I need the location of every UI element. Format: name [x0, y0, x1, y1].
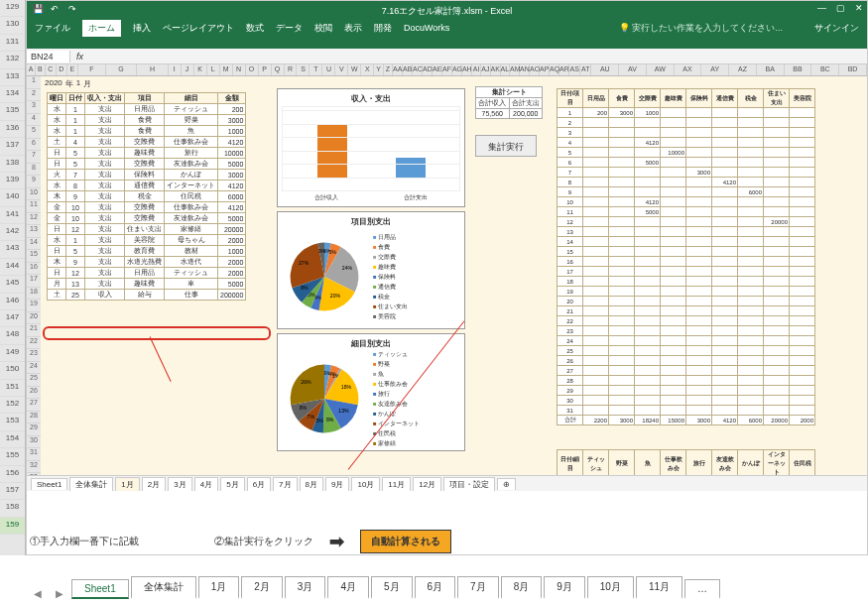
outer-row-headers: 1291301311321331341351361371381391401411… [0, 0, 26, 555]
pivot-table-item[interactable]: 日付/項目日用品食費交際費趣味費保険料通信費税金住まい支出美容院12003000… [557, 88, 815, 425]
excel-titlebar: 💾 ↶ ↷ 7.16エクセル家計簿.xlsm - Excel — ▢ ✕ ファイ… [27, 1, 867, 49]
menu-開発[interactable]: 開発 [374, 22, 392, 35]
tabs-overflow[interactable]: … [684, 579, 720, 599]
inner-tab[interactable]: 全体集計 [69, 477, 113, 491]
outer-tab[interactable]: 4月 [327, 576, 369, 599]
menu-校閲[interactable]: 校閲 [314, 22, 332, 35]
svg-text:8%: 8% [301, 285, 309, 291]
menu-表示[interactable]: 表示 [344, 22, 362, 35]
outer-tab[interactable]: 10月 [587, 576, 634, 599]
close-icon[interactable]: ✕ [855, 3, 863, 13]
inner-tab[interactable]: 項目・設定 [443, 477, 495, 491]
annotation-1: ①手入力欄一番下に記載 [30, 535, 139, 548]
outer-tab[interactable]: 11月 [636, 576, 682, 599]
menu-数式[interactable]: 数式 [246, 22, 264, 35]
svg-text:5%: 5% [329, 249, 337, 255]
month-value: 1 [76, 78, 80, 89]
outer-tab[interactable]: 1月 [198, 576, 240, 599]
inner-tab[interactable]: 8月 [300, 477, 323, 491]
outer-tab[interactable]: 3月 [285, 576, 326, 599]
inner-tab[interactable]: 3月 [168, 477, 191, 491]
inner-tab[interactable]: 11月 [382, 477, 411, 491]
inner-tab[interactable]: 6月 [247, 477, 271, 491]
inner-tab[interactable]: Sheet1 [31, 478, 67, 490]
inner-tab[interactable]: 7月 [273, 477, 297, 491]
menu-挿入[interactable]: 挿入 [133, 22, 151, 35]
minimize-icon[interactable]: — [817, 3, 826, 13]
inner-column-headers: ABCDEFGHIJKLMNOPQRSTUVWXYZAAABACADAEAFAG… [27, 64, 867, 76]
pie-chart-detail: 細目別支出 3%4%1%18%13%8%5%7%8%26%ティッシュ野菜魚仕事飲… [277, 333, 465, 451]
outer-tab[interactable]: 2月 [241, 576, 283, 599]
svg-text:3%: 3% [318, 248, 326, 254]
svg-text:13%: 13% [338, 408, 349, 414]
outer-tab[interactable]: 5月 [371, 576, 413, 599]
outer-tab[interactable]: 6月 [415, 576, 456, 599]
outer-tab[interactable]: 全体集計 [131, 576, 196, 599]
auto-calc-badge: 自動計算される [360, 530, 451, 553]
tab-nav-next[interactable]: ▶ [50, 588, 69, 599]
summary-table: 集計シート 合計収入合計支出 75,560200,000 [475, 86, 543, 119]
svg-text:24%: 24% [342, 265, 353, 271]
svg-text:18%: 18% [341, 384, 352, 390]
outer-tab[interactable]: 9月 [544, 576, 585, 599]
undo-icon[interactable]: ↶ [51, 4, 62, 16]
svg-text:8%: 8% [300, 405, 308, 411]
menu-ページレイアウト[interactable]: ページレイアウト [163, 22, 234, 35]
menu-ホーム[interactable]: ホーム [82, 20, 121, 37]
redo-icon[interactable]: ↷ [68, 4, 80, 16]
outer-sheet-tabs: ◀ ▶ Sheet1全体集計1月2月3月4月5月6月7月8月9月10月11月… [28, 575, 720, 599]
arrow-icon: ➡ [329, 531, 344, 552]
input-table[interactable]: 曜日日付収入・支出項目細目金額水1支出日用品ティッシュ200水1支出食費野菜30… [47, 92, 246, 301]
outer-tab[interactable]: Sheet1 [71, 579, 129, 599]
bar-chart-title: 収入・支出 [282, 93, 460, 104]
year-value: 2020 [45, 78, 62, 89]
embedded-excel-window: 💾 ↶ ↷ 7.16エクセル家計簿.xlsm - Excel — ▢ ✕ ファイ… [26, 0, 868, 555]
add-sheet-icon[interactable]: ⊕ [497, 478, 516, 490]
window-title: 7.16エクセル家計簿.xlsm - Excel [382, 5, 513, 18]
inner-sheet-tabs: Sheet1全体集計1月2月3月4月5月6月7月8月9月10月11月12月項目・… [27, 475, 867, 491]
menu-データ[interactable]: データ [276, 22, 303, 35]
tell-me-input[interactable]: 実行したい作業を入力してください... [632, 23, 783, 33]
inner-tab[interactable]: 2月 [142, 477, 166, 491]
inner-tab[interactable]: 9月 [325, 477, 349, 491]
spreadsheet-canvas[interactable]: 2020 年 1 月 曜日日付収入・支出項目細目金額水1支出日用品ティッシュ20… [41, 76, 867, 475]
outer-tab[interactable]: 8月 [501, 576, 543, 599]
sign-in-link[interactable]: サインイン [814, 22, 859, 35]
formula-bar: BN24 fx [27, 49, 867, 64]
menu-ファイル[interactable]: ファイル [35, 22, 70, 35]
fx-icon[interactable]: fx [70, 52, 89, 61]
outer-tab[interactable]: 7月 [457, 576, 499, 599]
svg-text:26%: 26% [301, 379, 311, 385]
pie-chart-item: 項目別支出 3%5%24%20%4%5%8%27%3%日用品食費交際費趣味費保険… [277, 211, 465, 329]
inner-row-headers: 1234567891011121314151617181920212223242… [27, 76, 41, 475]
inner-tab[interactable]: 12月 [413, 477, 441, 491]
svg-text:7%: 7% [308, 414, 315, 420]
svg-text:5%: 5% [315, 418, 323, 424]
highlight-input-row [43, 326, 271, 340]
inner-tab[interactable]: 4月 [194, 477, 218, 491]
svg-text:20%: 20% [330, 293, 341, 299]
annotation-2: ②集計実行をクリック [214, 535, 313, 548]
pivot-table-detail-header[interactable]: 日付/細目ティッシュ野菜魚仕事飲み会旅行友達飲み会かんぽインターネット住民税 [557, 449, 815, 475]
maximize-icon[interactable]: ▢ [836, 3, 845, 13]
bar-chart: 収入・支出 合計収入 合計支出 [277, 88, 465, 207]
svg-text:27%: 27% [299, 260, 310, 266]
svg-text:8%: 8% [326, 417, 334, 423]
annotation-row: ①手入力欄一番下に記載 ②集計実行をクリック ➡ 自動計算される [30, 530, 451, 553]
menu-DocuWorks[interactable]: DocuWorks [404, 23, 449, 33]
inner-tab[interactable]: 10月 [351, 477, 380, 491]
aggregate-button[interactable]: 集計実行 [475, 135, 537, 157]
inner-tab[interactable]: 1月 [115, 477, 139, 491]
tab-nav-prev[interactable]: ◀ [28, 588, 48, 599]
save-icon[interactable]: 💾 [33, 4, 45, 16]
inner-tab[interactable]: 5月 [220, 477, 244, 491]
name-box[interactable]: BN24 [27, 51, 70, 62]
